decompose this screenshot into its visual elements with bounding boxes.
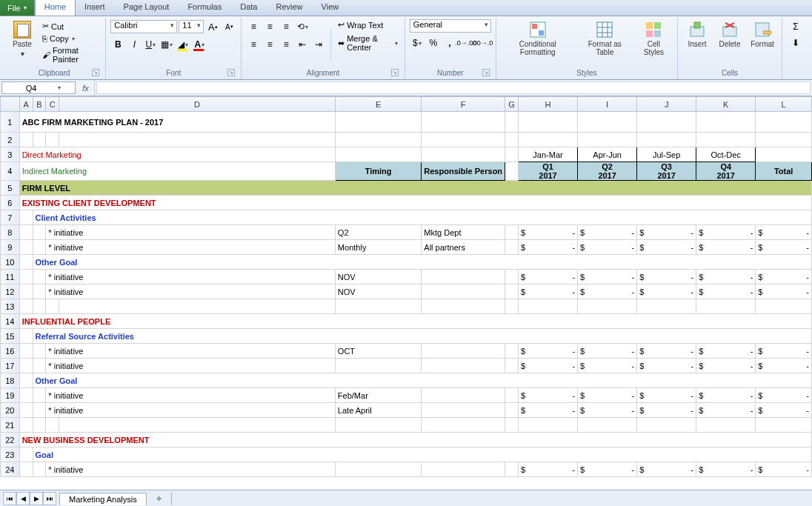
cell[interactable] <box>696 299 756 314</box>
cell[interactable] <box>637 112 696 133</box>
cell[interactable] <box>505 284 519 299</box>
cell[interactable] <box>505 462 519 477</box>
initiative[interactable]: * initiative <box>46 240 336 255</box>
money-cell[interactable]: $- <box>696 284 756 299</box>
initiative[interactable]: * initiative <box>46 359 336 373</box>
cell[interactable] <box>33 462 46 477</box>
cell[interactable] <box>518 112 577 133</box>
timing-cell[interactable]: Late April <box>335 403 421 418</box>
cell[interactable] <box>59 133 336 147</box>
money-cell[interactable]: $- <box>637 240 696 255</box>
money-cell[interactable]: $- <box>637 344 696 359</box>
money-cell[interactable]: $- <box>637 403 696 418</box>
money-cell[interactable]: $- <box>637 270 696 284</box>
total-cell[interactable]: $- <box>756 359 812 373</box>
row-header[interactable]: 12 <box>1 284 20 299</box>
timing-cell[interactable]: NOV <box>335 284 421 299</box>
cell[interactable] <box>505 388 519 403</box>
cell[interactable] <box>33 270 46 284</box>
grow-font-button[interactable]: A▴ <box>205 19 220 34</box>
cell[interactable] <box>422 133 505 147</box>
cell[interactable] <box>19 225 33 240</box>
cell[interactable] <box>46 133 59 147</box>
col-header-J[interactable]: J <box>637 97 696 112</box>
timing-cell[interactable] <box>335 462 421 477</box>
section-header[interactable]: NEW BUSINESS DEVELOPMENT <box>19 433 811 447</box>
indent-dec-button[interactable]: ⇤ <box>295 37 310 52</box>
money-cell[interactable]: $- <box>637 284 696 299</box>
cell[interactable] <box>505 418 519 433</box>
money-cell[interactable]: $- <box>696 270 756 284</box>
dialog-launcher[interactable]: ↘ <box>391 69 399 76</box>
row-header[interactable]: 22 <box>1 433 20 447</box>
cell[interactable] <box>19 133 33 147</box>
cell[interactable] <box>33 299 46 314</box>
cell[interactable] <box>518 133 577 147</box>
font-color-button[interactable]: A▾ <box>192 37 207 52</box>
wrap-text-button[interactable]: ↩Wrap Text <box>336 19 400 30</box>
money-cell[interactable]: $- <box>578 240 637 255</box>
money-cell[interactable]: $- <box>578 462 637 477</box>
total-cell[interactable]: $- <box>756 344 812 359</box>
resp-cell[interactable]: Mktg Dept <box>422 225 505 240</box>
fx-icon[interactable]: fx <box>77 80 95 96</box>
sub-header[interactable]: Other Goal <box>33 255 812 270</box>
timing-cell[interactable]: NOV <box>335 270 421 284</box>
new-sheet-button[interactable]: ✧ <box>147 493 172 505</box>
autosum-button[interactable]: Σ <box>787 19 805 34</box>
font-name-select[interactable]: Calibri <box>110 20 177 33</box>
cell[interactable] <box>505 162 519 181</box>
cell[interactable] <box>422 147 505 162</box>
money-cell[interactable]: $- <box>518 462 577 477</box>
border-button[interactable]: ▦▾ <box>159 37 174 52</box>
ribbon-tab-formulas[interactable]: Formulas <box>179 0 231 16</box>
money-cell[interactable]: $- <box>696 403 756 418</box>
align-middle-button[interactable]: ≡ <box>262 19 277 34</box>
formula-input[interactable] <box>96 81 811 94</box>
money-cell[interactable]: $- <box>518 403 577 418</box>
number-format-select[interactable]: General <box>410 19 491 33</box>
dialog-launcher[interactable]: ↘ <box>227 69 235 76</box>
indirect-marketing-label[interactable]: Indirect Marketing <box>19 162 335 181</box>
name-box[interactable]: ▾ <box>1 81 76 94</box>
money-cell[interactable]: $- <box>518 225 577 240</box>
shrink-font-button[interactable]: A▾ <box>222 19 236 34</box>
cell[interactable] <box>19 462 33 477</box>
row-header[interactable]: 13 <box>1 299 20 314</box>
dialog-launcher[interactable]: ↘ <box>92 69 99 76</box>
row-header[interactable]: 11 <box>1 270 20 284</box>
cell[interactable] <box>505 299 519 314</box>
money-cell[interactable]: $- <box>578 403 637 418</box>
file-tab[interactable]: File▾ <box>0 0 35 16</box>
cell[interactable] <box>518 418 577 433</box>
cell[interactable] <box>696 418 756 433</box>
money-cell[interactable]: $- <box>518 240 577 255</box>
cell[interactable] <box>19 373 33 388</box>
money-cell[interactable]: $- <box>518 344 577 359</box>
total-header[interactable]: Total <box>756 162 812 181</box>
total-cell[interactable]: $- <box>756 225 812 240</box>
cell[interactable] <box>578 112 637 133</box>
cell[interactable] <box>756 112 812 133</box>
col-header-D[interactable]: D <box>59 97 336 112</box>
resp-cell[interactable] <box>422 284 505 299</box>
cell[interactable] <box>33 240 46 255</box>
dec-decimal-button[interactable]: .00→.0 <box>475 36 490 50</box>
col-header-B[interactable]: B <box>33 97 46 112</box>
direct-marketing-label[interactable]: Direct Marketing <box>19 147 335 162</box>
row-header[interactable]: 3 <box>1 147 20 162</box>
currency-button[interactable]: $▾ <box>410 36 425 50</box>
row-header[interactable]: 21 <box>1 418 20 433</box>
cell[interactable] <box>33 359 46 373</box>
cell[interactable] <box>756 147 812 162</box>
period-header[interactable]: Apr-Jun <box>578 147 637 162</box>
ribbon-tab-review[interactable]: Review <box>267 0 312 16</box>
cell[interactable] <box>33 388 46 403</box>
row-header[interactable]: 5 <box>1 181 20 196</box>
q-header[interactable]: Q32017 <box>637 162 696 181</box>
row-header[interactable]: 24 <box>1 462 20 477</box>
align-bottom-button[interactable]: ≡ <box>279 19 293 34</box>
cell[interactable] <box>505 240 519 255</box>
cell[interactable] <box>505 112 519 133</box>
col-header-E[interactable]: E <box>335 97 421 112</box>
